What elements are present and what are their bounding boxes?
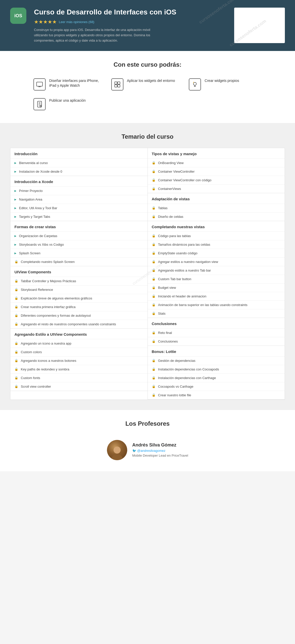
temario-item[interactable]: 🔒Crear nuestra primera interfaz gráfica [10, 302, 148, 311]
lock-icon: 🔒 [152, 234, 156, 238]
temario-item[interactable]: 🔒Container ViewController [148, 167, 285, 176]
temario-item-text: OnBoarding View [158, 161, 184, 165]
temario-item-text: Storyboard Reference [21, 288, 53, 292]
play-icon: ▶ [14, 207, 16, 209]
temario-item-text: Explicación breve de algunos elementos g… [21, 296, 92, 300]
lock-icon: 🔒 [14, 359, 18, 362]
temario-item[interactable]: 🔒OnBoarding View [148, 158, 285, 167]
temario-item[interactable]: 🔒Agregando el resto de nuestros componen… [10, 320, 148, 328]
temario-group-title: Formas de crear vistas [10, 221, 148, 231]
feature-row-2: Publicar una aplicación [33, 93, 262, 113]
play-icon: ▶ [14, 243, 16, 246]
lock-icon: 🔒 [152, 277, 156, 281]
temario-item[interactable]: 🔒Custom fonts [10, 373, 148, 382]
temario-item-text: Custom fonts [21, 376, 40, 380]
temario-group-title: Tipos de vistas y manejo [148, 148, 285, 158]
temario-item-text: Stats [158, 312, 166, 315]
temario-item[interactable]: ▶Bienvenida al curso [10, 158, 148, 167]
temario-item[interactable]: ▶Organizacion de Carpetas [10, 231, 148, 240]
temario-item[interactable]: 🔒Iniciando el header de animacion [148, 292, 285, 300]
lock-icon: 🔒 [152, 269, 156, 272]
lock-icon: 🔒 [152, 286, 156, 289]
temario-item[interactable]: ▶Splash Screen [10, 249, 148, 257]
temario-item[interactable]: 🔒Crear nuestro lottie file [148, 391, 285, 399]
course-logo: iOS [10, 8, 26, 24]
lock-icon: 🔒 [152, 215, 156, 218]
temario-item[interactable]: ▶Navigation Area [10, 195, 148, 204]
temario-item[interactable]: 🔒Diferentes componentes y formas de auto… [10, 311, 148, 320]
temario-item[interactable]: 🔒Tablas [148, 204, 285, 212]
temario-item[interactable]: ▶Editor, Util Area y Tool Bar [10, 204, 148, 212]
temario-item-text: Container ViewController [158, 170, 195, 173]
temario-item[interactable]: 🔒Key paths de redondeo y sombra [10, 365, 148, 373]
temario-group-title: UIView Components [10, 266, 148, 277]
temario-item[interactable]: 🔒Agregando iconos a nuestros botones [10, 356, 148, 365]
temario-item[interactable]: 🔒Agregando un icono a nuestra app [10, 339, 148, 348]
lock-icon: 🔒 [14, 288, 18, 291]
temario-group-title: Introducción a Xcode [10, 176, 148, 186]
professor-name-0: Andrés Silva Gómez [132, 442, 188, 448]
temario-item-text: Key paths de redondeo y sombra [21, 367, 69, 371]
professor-twitter-0[interactable]: 🐦 @andresilvagomez [132, 449, 188, 453]
logo-text: iOS [14, 13, 22, 19]
temario-item[interactable]: 🔒ContainerViews [148, 184, 285, 193]
temario-item[interactable]: 🔒Storyboard Reference [10, 285, 148, 294]
temario-item-text: Storyboards vs Xibs vs Codigo [19, 243, 64, 246]
temario-item[interactable]: 🔒Conclusiones [148, 337, 285, 346]
temario-item[interactable]: 🔒Reto final [148, 328, 285, 337]
temario-item-text: Agregando un icono a nuestra app [21, 342, 71, 345]
temario-item[interactable]: 🔒Explicación breve de algunos elementos … [10, 294, 148, 302]
temario-item[interactable]: 🔒Instalación dependencias con Carthage [148, 373, 285, 382]
svg-rect-6 [118, 85, 120, 87]
temario-item-text: Diferentes componentes y formas de autol… [21, 314, 91, 317]
temario-item[interactable]: 🔒Tamaños dinámicos para las celdas [148, 240, 285, 249]
temario-item[interactable]: 🔒Instalación dependencias con Cocoapods [148, 365, 285, 373]
temario-item[interactable]: ▶Storyboards vs Xibs vs Codigo [10, 240, 148, 249]
temario-item-text: Custom colors [21, 350, 42, 354]
features-title: Con este curso podrás: [10, 61, 285, 68]
temario-item[interactable]: 🔒Agregar estilos a nuestro navigation vi… [148, 257, 285, 266]
lock-icon: 🔒 [14, 350, 18, 354]
lock-icon: 🔒 [152, 303, 156, 307]
temario-item[interactable]: 🔒Completando nuestro Splash Screen [10, 257, 148, 266]
temario-group: Conclusiones🔒Reto final🔒Conclusiones [148, 318, 285, 346]
temario-item[interactable]: 🔒TabBar Controller y Mejores Prácticas [10, 277, 148, 285]
temario-item[interactable]: 🔒Scroll view controller [10, 382, 148, 391]
feature-text-3: Publicar una aplicación [49, 98, 86, 103]
temario-item[interactable]: 🔒Animación de barra superior en las tabl… [148, 300, 285, 309]
reviews-link[interactable]: Leer más opiniones (68) [59, 20, 94, 24]
temario-item[interactable]: ▶Targets y Target Tabs [10, 212, 148, 221]
temario-item[interactable]: ▶Instalacion de Xcode desde 0 [10, 167, 148, 176]
temario-item[interactable]: 🔒Stats [148, 309, 285, 318]
hero-section: iOS Curso de Desarrollo de Interfaces co… [0, 0, 295, 51]
temario-group-title: Agregando Estilo a UIView Components [10, 329, 148, 339]
lock-icon: 🔒 [152, 385, 156, 388]
lock-icon: 🔒 [152, 359, 156, 362]
temario-item[interactable]: 🔒Agregando estilos a nuestro Tab bar [148, 266, 285, 275]
temario-item[interactable]: 🔒Budget view [148, 283, 285, 292]
temario-item[interactable]: 🔒Diseño de celdas [148, 212, 285, 221]
temario-item[interactable]: 🔒Custom Tab bar button [148, 275, 285, 283]
temario-item-text: Primer Proyecto [19, 189, 43, 193]
temario-item[interactable]: 🔒Código para las tablas [148, 231, 285, 240]
temario-item[interactable]: 🔒Gestión de dependencias [148, 356, 285, 365]
temario-item[interactable]: ▶Primer Proyecto [10, 186, 148, 195]
temario-item-text: EmptyState usando código [158, 251, 197, 255]
lock-icon: 🔒 [152, 206, 156, 210]
temario-item-text: Targets y Target Tabs [19, 215, 50, 219]
lock-icon: 🔒 [14, 279, 18, 283]
play-icon: ▶ [14, 189, 16, 192]
feature-icon-3 [33, 98, 46, 110]
temario-item-text: Gestión de dependencias [158, 359, 195, 363]
temario-item[interactable]: 🔒EmptyState usando código [148, 249, 285, 257]
temario-item[interactable]: 🔒Cocoapods vs Carthage [148, 382, 285, 391]
lock-icon: 🔒 [152, 331, 156, 334]
lock-icon: 🔒 [14, 314, 18, 317]
temario-item[interactable]: 🔒Custom colors [10, 348, 148, 356]
lock-icon: 🔒 [152, 243, 156, 246]
lock-icon: 🔒 [152, 339, 156, 343]
temario-item-text: Instalación dependencias con Carthage [158, 376, 216, 380]
temario-group: Tipos de vistas y manejo🔒OnBoarding View… [148, 148, 285, 193]
temario-item[interactable]: 🔒Container ViewController con código [148, 176, 285, 184]
feature-text-0: Diseñar interfaces para iPhone, iPad y A… [49, 78, 106, 88]
